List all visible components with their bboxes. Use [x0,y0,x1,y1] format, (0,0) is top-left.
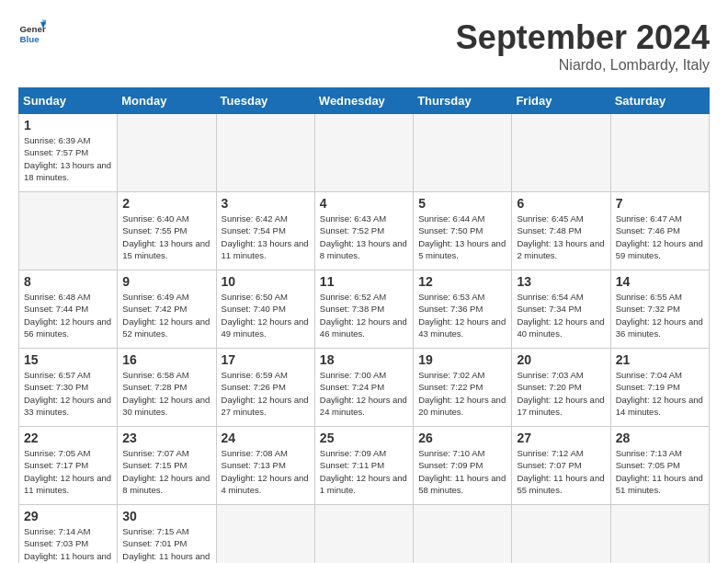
calendar-day [610,505,709,564]
calendar-day: 11Sunrise: 6:52 AMSunset: 7:38 PMDayligh… [314,270,413,349]
calendar-day: 10Sunrise: 6:50 AMSunset: 7:40 PMDayligh… [216,270,314,349]
calendar-day [314,505,413,564]
calendar-day: 17Sunrise: 6:59 AMSunset: 7:26 PMDayligh… [216,349,314,427]
calendar-day: 23Sunrise: 7:07 AMSunset: 7:15 PMDayligh… [118,427,216,505]
calendar-day: 25Sunrise: 7:09 AMSunset: 7:11 PMDayligh… [314,427,413,505]
calendar-day: 8Sunrise: 6:48 AMSunset: 7:44 PMDaylight… [19,270,118,349]
calendar-day [118,114,216,192]
calendar-day: 16Sunrise: 6:58 AMSunset: 7:28 PMDayligh… [118,349,216,427]
calendar-day: 27Sunrise: 7:12 AMSunset: 7:07 PMDayligh… [512,427,610,505]
calendar-day [414,114,512,192]
calendar-day [414,505,512,564]
calendar-week-row: 15Sunrise: 6:57 AMSunset: 7:30 PMDayligh… [19,349,710,427]
calendar-day: 1Sunrise: 6:39 AMSunset: 7:57 PMDaylight… [19,114,118,192]
weekday-header: Saturday [610,88,709,114]
calendar-day: 28Sunrise: 7:13 AMSunset: 7:05 PMDayligh… [610,427,709,505]
calendar-day: 22Sunrise: 7:05 AMSunset: 7:17 PMDayligh… [19,427,118,505]
calendar-week-row: 22Sunrise: 7:05 AMSunset: 7:17 PMDayligh… [19,427,710,505]
title-block: September 2024 Niardo, Lombardy, Italy [456,18,710,74]
calendar-week-row: 2Sunrise: 6:40 AMSunset: 7:55 PMDaylight… [19,192,710,270]
calendar-table: SundayMondayTuesdayWednesdayThursdayFrid… [18,87,710,563]
calendar-day: 26Sunrise: 7:10 AMSunset: 7:09 PMDayligh… [414,427,512,505]
weekday-header: Monday [118,88,216,114]
calendar-day [19,192,118,270]
calendar-day: 12Sunrise: 6:53 AMSunset: 7:36 PMDayligh… [414,270,512,349]
calendar-day: 6Sunrise: 6:45 AMSunset: 7:48 PMDaylight… [512,192,610,270]
calendar-day [610,114,709,192]
calendar-day [314,114,413,192]
calendar-header-row: SundayMondayTuesdayWednesdayThursdayFrid… [19,88,710,114]
weekday-header: Sunday [19,88,118,114]
calendar-day: 2Sunrise: 6:40 AMSunset: 7:55 PMDaylight… [118,192,216,270]
calendar-day: 7Sunrise: 6:47 AMSunset: 7:46 PMDaylight… [610,192,709,270]
calendar-day: 20Sunrise: 7:03 AMSunset: 7:20 PMDayligh… [512,349,610,427]
calendar-day: 15Sunrise: 6:57 AMSunset: 7:30 PMDayligh… [19,349,118,427]
calendar-day: 18Sunrise: 7:00 AMSunset: 7:24 PMDayligh… [314,349,413,427]
calendar-day: 4Sunrise: 6:43 AMSunset: 7:52 PMDaylight… [314,192,413,270]
logo: General Blue [18,18,46,46]
calendar-week-row: 8Sunrise: 6:48 AMSunset: 7:44 PMDaylight… [19,270,710,349]
month-title: September 2024 [456,18,710,57]
calendar-day: 21Sunrise: 7:04 AMSunset: 7:19 PMDayligh… [610,349,709,427]
page-header: General Blue September 2024 Niardo, Lomb… [18,18,710,74]
calendar-day: 13Sunrise: 6:54 AMSunset: 7:34 PMDayligh… [512,270,610,349]
logo-icon: General Blue [18,18,46,46]
calendar-day: 9Sunrise: 6:49 AMSunset: 7:42 PMDaylight… [118,270,216,349]
calendar-week-row: 29Sunrise: 7:14 AMSunset: 7:03 PMDayligh… [19,505,710,564]
svg-text:Blue: Blue [20,34,40,44]
calendar-day [512,114,610,192]
calendar-day: 19Sunrise: 7:02 AMSunset: 7:22 PMDayligh… [414,349,512,427]
calendar-day [216,114,314,192]
location-title: Niardo, Lombardy, Italy [456,57,710,74]
weekday-header: Tuesday [216,88,314,114]
calendar-day: 24Sunrise: 7:08 AMSunset: 7:13 PMDayligh… [216,427,314,505]
weekday-header: Wednesday [314,88,413,114]
calendar-day [512,505,610,564]
calendar-day [216,505,314,564]
calendar-week-row: 1Sunrise: 6:39 AMSunset: 7:57 PMDaylight… [19,114,710,192]
weekday-header: Friday [512,88,610,114]
calendar-day: 29Sunrise: 7:14 AMSunset: 7:03 PMDayligh… [19,505,118,564]
weekday-header: Thursday [414,88,512,114]
calendar-day: 3Sunrise: 6:42 AMSunset: 7:54 PMDaylight… [216,192,314,270]
calendar-day: 14Sunrise: 6:55 AMSunset: 7:32 PMDayligh… [610,270,709,349]
calendar-day: 30Sunrise: 7:15 AMSunset: 7:01 PMDayligh… [118,505,216,564]
calendar-day: 5Sunrise: 6:44 AMSunset: 7:50 PMDaylight… [414,192,512,270]
